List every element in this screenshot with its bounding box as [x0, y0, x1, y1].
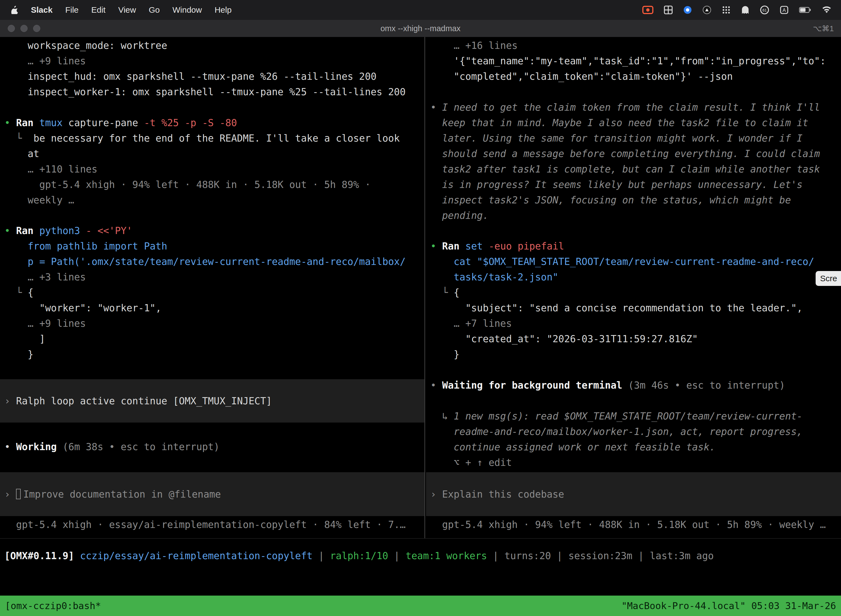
terminal-line: gpt-5.4 xhigh · essay/ai-reimplementatio…	[4, 517, 424, 532]
menu-item-window[interactable]: Window	[173, 5, 202, 15]
terminal-line: … +16 lines	[431, 38, 841, 53]
terminal-line: workspace_mode: worktree	[4, 38, 424, 53]
terminal-line: '{"team_name":"my-team","task_id":"1","f…	[431, 53, 841, 69]
terminal-line: • Working (6m 38s • esc to interrupt)	[4, 439, 424, 455]
terminal-line: • I need to get the claim token from the…	[431, 100, 841, 115]
left-inject-banner: › Ralph loop active continue [OMX_TMUX_I…	[0, 379, 424, 422]
menu-item-edit[interactable]: Edit	[91, 5, 105, 15]
terminal-line: └ {	[4, 285, 424, 300]
terminal-line: "worker": "worker-1",	[4, 300, 424, 316]
left-working-status: • Working (6m 38s • esc to interrupt)	[4, 439, 424, 455]
terminal-line: at	[4, 146, 424, 161]
left-pane: workspace_mode: worktree… +9 linesinspec…	[0, 37, 424, 538]
terminal-line: • Ran set -euo pipefail	[431, 238, 841, 254]
omx-status-line: [OMX#0.11.9] cczip/essay/ai-reimplementa…	[4, 548, 841, 563]
terminal-line: later. Using the same for transition mig…	[431, 131, 841, 146]
terminal-line: continue assigned work or next feasible …	[431, 439, 841, 455]
dark-app-icon[interactable]	[702, 6, 711, 14]
terminal-line: › Improve documentation in @filename	[4, 487, 424, 502]
left-ran-python-block: • Ran python3 - <<'PY'from pathlib impor…	[4, 223, 424, 362]
right-pane: … +16 lines'{"team_name":"my-team","task…	[426, 37, 841, 538]
terminal-line: … +3 lines	[4, 269, 424, 285]
svg-text:61: 61	[762, 8, 767, 12]
wifi-icon[interactable]	[822, 6, 832, 14]
terminal-line: • Ran python3 - <<'PY'	[4, 223, 424, 238]
terminal-line: gpt-5.4 xhigh · 94% left · 488K in · 5.1…	[4, 177, 424, 192]
screen-share-tooltip: Scre	[816, 271, 841, 286]
launchpad-icon[interactable]	[722, 6, 731, 14]
terminal-line: … +9 lines	[4, 53, 424, 69]
menu-item-view[interactable]: View	[118, 5, 136, 15]
traffic-lights	[0, 25, 40, 32]
right-ran-set-block: • Ran set -euo pipefailcat "$OMX_TEAM_ST…	[431, 238, 841, 362]
terminal-content: workspace_mode: worktree… +9 linesinspec…	[0, 37, 841, 616]
tmux-pane-divider[interactable]	[424, 37, 425, 538]
terminal-line: └ {	[431, 285, 841, 300]
terminal-line: "created_at": "2026-03-31T11:59:27.816Z"	[431, 331, 841, 347]
apple-icon[interactable]	[11, 6, 18, 14]
terminal-line: [OMX#0.11.9] cczip/essay/ai-reimplementa…	[4, 548, 841, 563]
terminal-line: keep that in mind. Maybe I also need the…	[431, 115, 841, 131]
terminal-line: … +110 lines	[4, 161, 424, 177]
terminal-line: inspect task2's JSON, focusing on the st…	[431, 192, 841, 208]
menu-app-name[interactable]: Slack	[31, 5, 53, 15]
terminal-line: should send a message before completing …	[431, 146, 841, 161]
terminal-line: from pathlib import Path	[4, 238, 424, 254]
terminal-line: • Ran tmux capture-pane -t %25 -p -S -80	[4, 115, 424, 131]
terminal-line: tasks/task-2.json"	[431, 269, 841, 285]
close-button[interactable]	[8, 25, 15, 32]
macos-menu-bar: Slack File Edit View Go Window Help 61 A	[0, 0, 841, 20]
terminal-line: › Explain this codebase	[431, 487, 841, 502]
right-prompt-input[interactable]: › Explain this codebase	[426, 472, 841, 516]
right-thinking-block: • I need to get the claim token from the…	[431, 100, 841, 223]
terminal-line: }	[4, 347, 424, 362]
terminal-line: … +9 lines	[4, 316, 424, 331]
ghost-app-icon[interactable]	[741, 6, 749, 14]
blue-app-icon[interactable]	[683, 6, 692, 14]
terminal-line: … +7 lines	[431, 316, 841, 331]
terminal-line: is in progress? It seems likely but perh…	[431, 177, 841, 192]
terminal-line: ⌥ + ↑ edit	[431, 455, 841, 470]
battery-gauge-icon[interactable]: 61	[760, 5, 769, 15]
right-context-footer: gpt-5.4 xhigh · 94% left · 488K in · 5.1…	[431, 517, 841, 532]
menu-status-icons: 61 A	[642, 5, 832, 15]
screen-recording-icon[interactable]	[642, 6, 653, 14]
battery-icon[interactable]	[799, 7, 811, 13]
input-source-icon[interactable]: A	[780, 6, 788, 14]
menu-item-go[interactable]: Go	[149, 5, 160, 15]
text-cursor	[16, 489, 21, 499]
zoom-button[interactable]	[33, 25, 40, 32]
minimize-button[interactable]	[21, 25, 28, 32]
screen-share-tooltip-label: Scre	[820, 274, 837, 283]
right-command-tail: … +16 lines'{"team_name":"my-team","task…	[431, 38, 841, 84]
terminal-line: task2 after task1 is complete, but can I…	[431, 161, 841, 177]
menu-item-file[interactable]: File	[65, 5, 78, 15]
terminal-line: pending.	[431, 208, 841, 223]
window-shortcut-badge: ⌥⌘1	[813, 24, 841, 33]
pane-bottom-separator	[0, 538, 841, 539]
right-waiting-status: • Waiting for background terminal (3m 46…	[431, 378, 841, 393]
tmux-status-bar: [omx-cczip0:bash* "MacBook-Pro-44.local"…	[0, 595, 841, 616]
menu-left-group: Slack File Edit View Go Window Help	[11, 5, 231, 15]
terminal-line: cat "$OMX_TEAM_STATE_ROOT/team/review-cu…	[431, 254, 841, 269]
left-ran-tmux-block: • Ran tmux capture-pane -t %25 -p -S -80…	[4, 115, 424, 208]
terminal-line: p = Path('.omx/state/team/review-current…	[4, 254, 424, 269]
window-grid-icon[interactable]	[664, 6, 673, 14]
terminal-line: "subject": "send a concise recommendatio…	[431, 300, 841, 316]
terminal-line: readme-and-reco/mailbox/worker-1.json, a…	[431, 424, 841, 439]
terminal-line: ]	[4, 331, 424, 347]
terminal-line: "completed","claim_token":"claim-token"}…	[431, 69, 841, 84]
window-title: omx --xhigh --madmax	[0, 24, 841, 33]
terminal-line: › Ralph loop active continue [OMX_TMUX_I…	[4, 393, 424, 409]
terminal-line: inspect_hud: omx sparkshell --tmux-pane …	[4, 69, 424, 84]
left-context-footer: gpt-5.4 xhigh · essay/ai-reimplementatio…	[4, 517, 424, 532]
terminal-line: ↳ 1 new msg(s): read $OMX_TEAM_STATE_ROO…	[431, 408, 841, 424]
left-prompt-input[interactable]: › Improve documentation in @filename	[0, 472, 424, 516]
terminal-line: inspect_worker-1: omx sparkshell --tmux-…	[4, 84, 424, 100]
svg-text:A: A	[782, 7, 786, 13]
terminal-line: }	[431, 347, 841, 362]
menu-item-help[interactable]: Help	[215, 5, 232, 15]
left-output-intro: workspace_mode: worktree… +9 linesinspec…	[4, 38, 424, 100]
tmux-host-clock-label: "MacBook-Pro-44.local" 05:03 31-Mar-26	[621, 600, 836, 611]
terminal-line: gpt-5.4 xhigh · 94% left · 488K in · 5.1…	[431, 517, 841, 532]
